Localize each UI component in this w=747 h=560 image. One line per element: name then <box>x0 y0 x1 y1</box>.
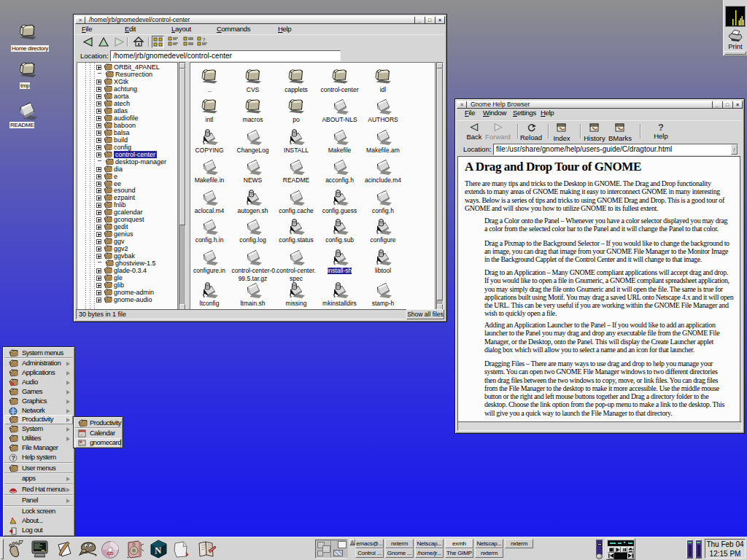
svg-text:?: ? <box>12 454 15 462</box>
svg-text:CD: CD <box>107 551 114 556</box>
svg-text:?: ? <box>202 36 206 43</box>
svg-text:N: N <box>155 545 162 556</box>
